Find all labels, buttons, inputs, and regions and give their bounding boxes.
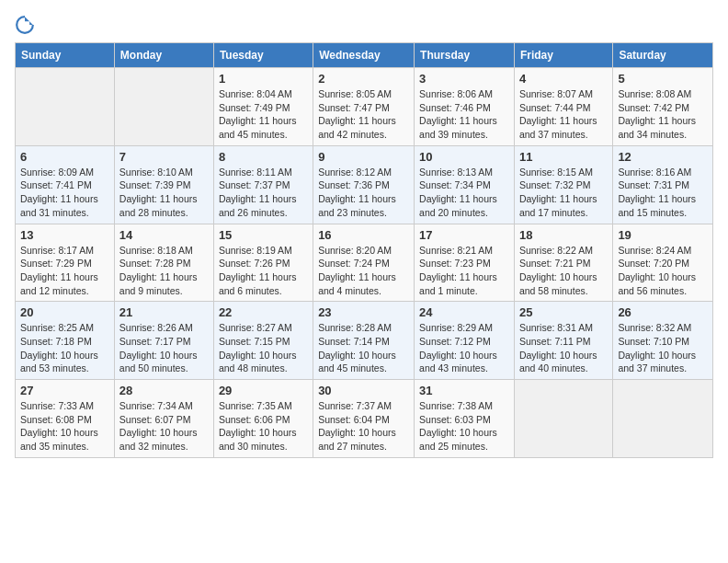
day-info: Sunrise: 8:08 AM Sunset: 7:42 PM Dayligh… (618, 87, 708, 142)
day-info: Sunrise: 7:37 AM Sunset: 6:04 PM Dayligh… (318, 399, 409, 454)
day-number: 26 (618, 305, 708, 319)
day-info: Sunrise: 7:38 AM Sunset: 6:03 PM Dayligh… (419, 399, 509, 454)
day-info: Sunrise: 7:33 AM Sunset: 6:08 PM Dayligh… (20, 399, 109, 454)
calendar-cell: 26Sunrise: 8:32 AM Sunset: 7:10 PM Dayli… (613, 302, 713, 380)
day-number: 13 (20, 228, 109, 242)
calendar-cell: 18Sunrise: 8:22 AM Sunset: 7:21 PM Dayli… (514, 224, 612, 302)
calendar-cell: 10Sunrise: 8:13 AM Sunset: 7:34 PM Dayli… (415, 145, 515, 224)
calendar-week-row: 20Sunrise: 8:25 AM Sunset: 7:18 PM Dayli… (16, 302, 713, 380)
day-number: 3 (419, 72, 509, 86)
calendar-cell: 27Sunrise: 7:33 AM Sunset: 6:08 PM Dayli… (16, 380, 115, 458)
day-header-thursday: Thursday (415, 43, 515, 68)
day-info: Sunrise: 8:07 AM Sunset: 7:44 PM Dayligh… (519, 87, 608, 142)
calendar-cell: 21Sunrise: 8:26 AM Sunset: 7:17 PM Dayli… (114, 302, 213, 380)
day-info: Sunrise: 7:34 AM Sunset: 6:07 PM Dayligh… (119, 399, 209, 454)
calendar-cell: 1Sunrise: 8:04 AM Sunset: 7:49 PM Daylig… (213, 68, 313, 146)
day-number: 2 (318, 72, 409, 86)
day-info: Sunrise: 8:17 AM Sunset: 7:29 PM Dayligh… (20, 244, 109, 298)
calendar-week-row: 27Sunrise: 7:33 AM Sunset: 6:08 PM Dayli… (16, 380, 713, 458)
calendar-cell: 17Sunrise: 8:21 AM Sunset: 7:23 PM Dayli… (415, 224, 515, 302)
calendar-cell: 11Sunrise: 8:15 AM Sunset: 7:32 PM Dayli… (514, 145, 612, 224)
day-header-monday: Monday (114, 43, 213, 68)
day-number: 15 (219, 228, 308, 242)
day-number: 4 (519, 72, 608, 86)
day-number: 30 (318, 384, 409, 397)
calendar-cell: 19Sunrise: 8:24 AM Sunset: 7:20 PM Dayli… (613, 224, 713, 302)
day-info: Sunrise: 8:25 AM Sunset: 7:18 PM Dayligh… (20, 321, 109, 375)
calendar-week-row: 1Sunrise: 8:04 AM Sunset: 7:49 PM Daylig… (16, 68, 713, 146)
day-number: 5 (618, 72, 708, 86)
calendar-cell: 25Sunrise: 8:31 AM Sunset: 7:11 PM Dayli… (514, 302, 612, 380)
calendar-cell: 16Sunrise: 8:20 AM Sunset: 7:24 PM Dayli… (313, 224, 415, 302)
calendar-cell: 3Sunrise: 8:06 AM Sunset: 7:46 PM Daylig… (415, 68, 515, 146)
day-number: 27 (20, 384, 109, 397)
day-info: Sunrise: 8:10 AM Sunset: 7:39 PM Dayligh… (119, 166, 209, 220)
day-info: Sunrise: 8:18 AM Sunset: 7:28 PM Dayligh… (119, 244, 209, 298)
day-number: 28 (119, 384, 209, 397)
calendar-header-row: SundayMondayTuesdayWednesdayThursdayFrid… (16, 43, 713, 68)
day-number: 12 (618, 150, 708, 164)
day-number: 25 (519, 305, 608, 319)
calendar-week-row: 13Sunrise: 8:17 AM Sunset: 7:29 PM Dayli… (16, 224, 713, 302)
calendar-cell: 14Sunrise: 8:18 AM Sunset: 7:28 PM Dayli… (114, 224, 213, 302)
day-header-saturday: Saturday (613, 43, 713, 68)
day-header-friday: Friday (514, 43, 612, 68)
calendar-cell: 29Sunrise: 7:35 AM Sunset: 6:06 PM Dayli… (213, 380, 313, 458)
day-number: 18 (519, 228, 608, 242)
calendar-cell: 6Sunrise: 8:09 AM Sunset: 7:41 PM Daylig… (16, 145, 115, 224)
day-info: Sunrise: 8:21 AM Sunset: 7:23 PM Dayligh… (419, 244, 509, 298)
calendar-cell: 30Sunrise: 7:37 AM Sunset: 6:04 PM Dayli… (313, 380, 415, 458)
day-info: Sunrise: 8:26 AM Sunset: 7:17 PM Dayligh… (119, 321, 209, 375)
day-info: Sunrise: 8:13 AM Sunset: 7:34 PM Dayligh… (419, 166, 509, 220)
calendar-cell: 2Sunrise: 8:05 AM Sunset: 7:47 PM Daylig… (313, 68, 415, 146)
day-number: 19 (618, 228, 708, 242)
day-number: 8 (219, 150, 308, 164)
day-number: 22 (219, 305, 308, 319)
day-number: 16 (318, 228, 409, 242)
calendar-cell: 20Sunrise: 8:25 AM Sunset: 7:18 PM Dayli… (16, 302, 115, 380)
day-number: 31 (419, 384, 509, 397)
day-number: 6 (20, 150, 109, 164)
calendar-cell: 13Sunrise: 8:17 AM Sunset: 7:29 PM Dayli… (16, 224, 115, 302)
day-number: 11 (519, 150, 608, 164)
day-number: 23 (318, 305, 409, 319)
day-info: Sunrise: 8:32 AM Sunset: 7:10 PM Dayligh… (618, 321, 708, 375)
calendar-cell: 22Sunrise: 8:27 AM Sunset: 7:15 PM Dayli… (213, 302, 313, 380)
logo-icon (15, 15, 35, 35)
day-info: Sunrise: 8:06 AM Sunset: 7:46 PM Dayligh… (419, 87, 509, 142)
day-header-sunday: Sunday (16, 43, 115, 68)
day-info: Sunrise: 8:22 AM Sunset: 7:21 PM Dayligh… (519, 244, 608, 298)
calendar-cell: 5Sunrise: 8:08 AM Sunset: 7:42 PM Daylig… (613, 68, 713, 146)
day-info: Sunrise: 8:31 AM Sunset: 7:11 PM Dayligh… (519, 321, 608, 375)
day-info: Sunrise: 8:09 AM Sunset: 7:41 PM Dayligh… (20, 166, 109, 220)
day-number: 9 (318, 150, 409, 164)
day-info: Sunrise: 8:19 AM Sunset: 7:26 PM Dayligh… (219, 244, 308, 298)
calendar-cell: 8Sunrise: 8:11 AM Sunset: 7:37 PM Daylig… (213, 145, 313, 224)
day-info: Sunrise: 7:35 AM Sunset: 6:06 PM Dayligh… (219, 399, 308, 454)
day-number: 20 (20, 305, 109, 319)
day-number: 24 (419, 305, 509, 319)
calendar-cell: 23Sunrise: 8:28 AM Sunset: 7:14 PM Dayli… (313, 302, 415, 380)
day-info: Sunrise: 8:16 AM Sunset: 7:31 PM Dayligh… (618, 166, 708, 220)
day-number: 21 (119, 305, 209, 319)
calendar-cell: 9Sunrise: 8:12 AM Sunset: 7:36 PM Daylig… (313, 145, 415, 224)
day-info: Sunrise: 8:24 AM Sunset: 7:20 PM Dayligh… (618, 244, 708, 298)
day-number: 14 (119, 228, 209, 242)
day-info: Sunrise: 8:27 AM Sunset: 7:15 PM Dayligh… (219, 321, 308, 375)
day-info: Sunrise: 8:15 AM Sunset: 7:32 PM Dayligh… (519, 166, 608, 220)
day-number: 17 (419, 228, 509, 242)
page-header (15, 15, 713, 35)
calendar-cell (514, 380, 612, 458)
day-header-wednesday: Wednesday (313, 43, 415, 68)
calendar-cell: 12Sunrise: 8:16 AM Sunset: 7:31 PM Dayli… (613, 145, 713, 224)
day-header-tuesday: Tuesday (213, 43, 313, 68)
calendar-cell (16, 68, 115, 146)
day-info: Sunrise: 8:29 AM Sunset: 7:12 PM Dayligh… (419, 321, 509, 375)
calendar-table: SundayMondayTuesdayWednesdayThursdayFrid… (15, 42, 713, 458)
day-number: 1 (219, 72, 308, 86)
day-info: Sunrise: 8:05 AM Sunset: 7:47 PM Dayligh… (318, 87, 409, 142)
day-info: Sunrise: 8:12 AM Sunset: 7:36 PM Dayligh… (318, 166, 409, 220)
day-info: Sunrise: 8:20 AM Sunset: 7:24 PM Dayligh… (318, 244, 409, 298)
calendar-cell (114, 68, 213, 146)
day-info: Sunrise: 8:28 AM Sunset: 7:14 PM Dayligh… (318, 321, 409, 375)
